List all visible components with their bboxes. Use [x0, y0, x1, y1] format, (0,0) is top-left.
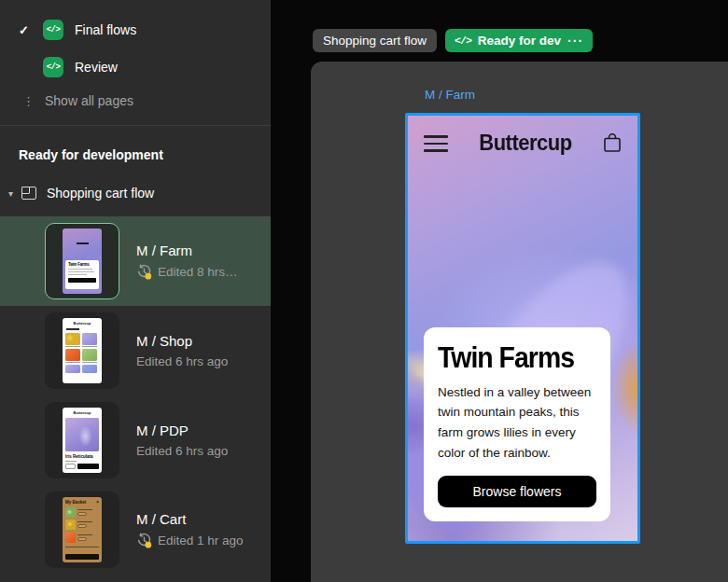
flow-label: Shopping cart flow	[47, 186, 154, 201]
frame-row-m-shop[interactable]: Buttercup M / Shop Edited 6 hrs ago	[0, 306, 271, 395]
ready-for-dev-badge[interactable]: </> Ready for dev ···	[445, 29, 593, 52]
pending-status-dot	[145, 542, 151, 548]
sidebar-item-show-all-pages[interactable]: ⋮ Show all pages	[0, 86, 271, 116]
show-all-pages-label: Show all pages	[45, 93, 133, 108]
thumbnail-farm-preview: Twin Farms	[63, 229, 102, 294]
ready-for-development-header: Ready for development	[0, 126, 271, 162]
thumb-button-bar	[65, 554, 99, 560]
frame-thumbnail-m-farm[interactable]: Twin Farms	[45, 223, 119, 299]
frame-thumbnail-m-cart[interactable]: My Basket×	[45, 492, 119, 568]
thumb-header: Buttercup	[65, 321, 99, 326]
edited-label: Edited 8 hrs…	[158, 265, 238, 279]
card-body-text: Nestled in a valley between twin mountai…	[438, 382, 596, 464]
thumb-product-grid	[65, 333, 99, 373]
section-icon	[21, 187, 36, 200]
frame-row-m-farm[interactable]: Twin Farms M / Farm	[0, 216, 271, 306]
frame-title: M / Cart	[136, 511, 244, 527]
history-clock-icon	[136, 533, 152, 548]
main-area: Shopping cart flow </> Ready for dev ···…	[271, 0, 728, 582]
thumbnail-cart-preview: My Basket×	[63, 497, 102, 562]
dev-ready-page-icon: </>	[43, 57, 63, 77]
page-label: Review	[75, 60, 118, 75]
phone-header: Buttercup	[408, 116, 637, 155]
sidebar: ✓ </> Final flows ✓ </> Review ⋮ Show al…	[0, 0, 271, 582]
chevron-down-icon[interactable]: ▾	[8, 188, 21, 199]
check-icon: ✓	[19, 23, 35, 37]
card-title: Twin Farms	[438, 340, 594, 374]
thumb-button-bar	[77, 464, 99, 469]
shopping-bag-icon[interactable]	[603, 132, 622, 153]
frame-thumbnail-m-shop[interactable]: Buttercup	[45, 312, 119, 389]
thumb-card-title: Twin Farms	[68, 262, 96, 267]
frame-edited-status: Edited 1 hr ago	[136, 533, 244, 548]
thumb-product-title: Iris Reticulata	[65, 454, 99, 459]
frame-row-m-cart[interactable]: My Basket× M / Cart	[0, 485, 271, 575]
frame-title: M / Shop	[136, 333, 228, 349]
history-clock-icon	[136, 264, 152, 280]
browse-flowers-button[interactable]: Browse flowers	[438, 476, 596, 507]
hamburger-menu-icon[interactable]	[424, 133, 448, 152]
sidebar-item-shopping-cart-flow[interactable]: ▾ Shopping cart flow	[0, 182, 271, 204]
edited-label: Edited 6 hrs ago	[136, 354, 228, 368]
selected-frame-m-farm[interactable]: Buttercup Twin Farms Nestled in a valley…	[405, 113, 640, 544]
thumb-header: Buttercup	[65, 410, 99, 415]
vertical-ellipsis-icon: ⋮	[22, 94, 35, 108]
code-icon: </>	[455, 35, 471, 47]
design-canvas[interactable]: M / Farm Buttercup Twin Farms	[311, 62, 728, 582]
thumbnail-shop-preview: Buttercup	[63, 318, 102, 383]
dev-ready-page-icon: </>	[43, 20, 63, 40]
flow-name-chip[interactable]: Shopping cart flow	[313, 29, 437, 52]
brand-logo: Buttercup	[479, 129, 571, 156]
pages-section: ✓ </> Final flows ✓ </> Review ⋮ Show al…	[0, 0, 271, 116]
thumb-header: My Basket×	[65, 500, 99, 505]
sidebar-item-review[interactable]: ✓ </> Review	[0, 48, 271, 86]
hero-card[interactable]: Twin Farms Nestled in a valley between t…	[424, 327, 610, 521]
thumb-header-bar	[63, 231, 102, 248]
thumb-button-bar	[68, 278, 96, 283]
badge-label: Ready for dev	[478, 34, 561, 48]
figma-dev-mode-window: ✓ </> Final flows ✓ </> Review ⋮ Show al…	[0, 0, 728, 582]
canvas-toolbar: Shopping cart flow </> Ready for dev ···	[313, 29, 593, 52]
frame-label-m-farm[interactable]: M / Farm	[425, 88, 475, 102]
thumb-product-image	[65, 418, 99, 451]
pending-status-dot	[145, 273, 151, 280]
frame-list: Twin Farms M / Farm	[0, 216, 271, 575]
frame-title: M / Farm	[136, 242, 238, 258]
sidebar-item-final-flows[interactable]: ✓ </> Final flows	[0, 11, 271, 48]
thumb-card: Twin Farms	[65, 260, 99, 289]
frame-title: M / PDP	[136, 423, 228, 438]
overflow-menu-icon[interactable]: ···	[567, 36, 583, 46]
thumb-qty-box	[65, 464, 76, 469]
frame-row-m-pdp[interactable]: Buttercup Iris Reticulata M / PDP Edited…	[0, 395, 271, 485]
frame-thumbnail-m-pdp[interactable]: Buttercup Iris Reticulata	[45, 402, 119, 478]
thumb-subtitle-bar	[66, 328, 79, 330]
thumbnail-pdp-preview: Buttercup Iris Reticulata	[63, 408, 102, 473]
edited-label: Edited 1 hr ago	[158, 534, 244, 547]
edited-label: Edited 6 hrs ago	[136, 444, 228, 458]
frame-edited-status: Edited 8 hrs…	[136, 264, 238, 280]
page-label: Final flows	[75, 22, 136, 37]
